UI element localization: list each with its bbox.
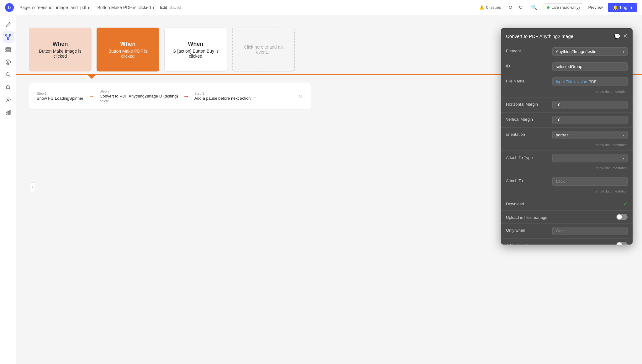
live-mode-toggle[interactable]: Live (read-only) — [544, 3, 583, 11]
modal-row-breakpoint: Add a breakpoint in debug mode — [501, 238, 633, 245]
element-label: Element — [506, 47, 550, 53]
undo-button[interactable]: ↺ — [506, 3, 515, 12]
modal-row-h-margin: Horizontal Margin — [501, 97, 633, 112]
step-1[interactable]: Step 1 Show FG LoadingSpinner — [37, 92, 83, 101]
sidebar-item-debug[interactable] — [3, 82, 14, 93]
redo-button[interactable]: ↻ — [516, 3, 525, 12]
search-button[interactable]: 🔍 — [530, 3, 539, 12]
issues-count: 0 issues — [486, 5, 501, 10]
logo-icon: b — [5, 3, 14, 12]
sidebar-item-settings[interactable] — [3, 94, 14, 105]
element-select[interactable]: Anything2Image(testin... — [552, 47, 628, 56]
sidebar-item-data[interactable] — [3, 44, 14, 55]
step-arrow-1-icon: → — [88, 92, 95, 100]
v-margin-input[interactable] — [552, 116, 628, 124]
file-name-input[interactable]: Input Title's value PDF — [552, 77, 628, 86]
breakpoint-toggle-container — [567, 242, 628, 245]
modal-row-only-when: Only when — [501, 223, 633, 238]
sidebar-item-workflow[interactable] — [3, 31, 14, 43]
event-card-1[interactable]: When Button Make Image is clicked — [29, 28, 92, 71]
svg-rect-6 — [6, 49, 11, 50]
attach-to-type-label: Attach To Type — [506, 154, 550, 160]
sidebar-item-analytics[interactable] — [3, 107, 14, 118]
element-select-wrapper: Anything2Image(testin... ▾ — [552, 47, 628, 56]
notification-icon: 🔔 — [613, 5, 618, 10]
step-2-delete[interactable]: delete — [100, 99, 178, 103]
modal-comment-button[interactable]: 💬 — [614, 33, 620, 39]
step-3-name: Add a pause before next action — [194, 96, 251, 101]
sidebar-item-search[interactable] — [3, 69, 14, 80]
step-3[interactable]: Step 3 Add a pause before next action — [194, 92, 251, 101]
login-label: Log in — [620, 5, 632, 10]
file-name-show-doc[interactable]: show documentation — [596, 90, 628, 93]
event-card-3[interactable]: When G [action] Button Buy is clicked — [164, 28, 227, 71]
svg-rect-13 — [8, 111, 8, 114]
event-card-add[interactable]: Click here to add an event... — [232, 28, 295, 71]
attach-type-row-inner: Attach To Type Thing User ▾ — [506, 154, 628, 162]
orientation-row-inner: orientation portrait landscape ▾ — [506, 131, 628, 139]
step-arrow-2-icon: → — [183, 92, 189, 100]
event-card-1-subtitle: Button Make Image is clicked — [34, 49, 87, 59]
id-label: ID — [506, 62, 550, 68]
modal-row-upload: Upload in files manager — [501, 210, 633, 223]
page-dropdown[interactable]: Page: screenshot_image_and_pdf ▾ — [18, 4, 92, 11]
step-2[interactable]: Step 2 Convert to PDF Anything2Image D (… — [100, 89, 178, 103]
modal-row-element: Element Anything2Image(testin... ▾ — [501, 44, 633, 59]
preview-button[interactable]: Preview — [588, 5, 603, 10]
step-more: ... — [253, 94, 256, 98]
step-2-name: Convert to PDF Anything2Image D (testing… — [100, 94, 178, 98]
orientation-label: orientation — [506, 131, 550, 137]
svg-rect-7 — [6, 51, 11, 52]
only-when-value-container — [552, 227, 628, 235]
page-label: Page: — [19, 5, 31, 10]
modal-title: Convert to PDF Anything2Image — [506, 34, 573, 39]
svg-rect-14 — [9, 110, 10, 114]
topnav: b Page: screenshot_image_and_pdf ▾ Butto… — [0, 0, 642, 15]
event-card-2[interactable]: When Button Make PDF is clicked — [97, 28, 159, 71]
attach-to-input[interactable] — [552, 177, 628, 186]
upload-label: Upload in files manager — [506, 214, 550, 220]
modal-row-orientation: orientation portrait landscape ▾ show do… — [501, 127, 633, 150]
modal-row-attach-type: Attach To Type Thing User ▾ show documen… — [501, 150, 633, 174]
sidebar-item-edit[interactable] — [3, 19, 14, 30]
saved-label: Saved — [170, 5, 181, 10]
live-label: Live (read-only) — [551, 5, 580, 10]
issues-indicator: ⚠️ 0 issues — [479, 5, 501, 10]
attach-to-type-select[interactable]: Thing User — [552, 154, 628, 162]
topnav-actions: ⚠️ 0 issues ↺ ↻ 🔍 Live (read-only) Previ… — [479, 3, 637, 12]
orientation-doc-row: show documentation — [506, 142, 628, 147]
orientation-select[interactable]: portrait landscape — [552, 131, 628, 139]
download-toggle-container: ✓ — [552, 200, 628, 207]
filename-doc-row: show documentation — [506, 88, 628, 94]
attach-to-doc-row: show documentation — [506, 188, 628, 194]
svg-point-3 — [9, 34, 11, 36]
modal-header: Convert to PDF Anything2Image 💬 ✕ — [501, 28, 633, 44]
orientation-show-doc[interactable]: show documentation — [596, 143, 628, 147]
attach-to-show-doc[interactable]: show documentation — [596, 189, 628, 193]
svg-point-4 — [7, 38, 9, 40]
modal-close-button[interactable]: ✕ — [623, 33, 628, 40]
id-value-container — [552, 62, 628, 71]
collapse-panel-button[interactable]: ‹ — [30, 182, 35, 191]
id-input[interactable] — [552, 62, 628, 71]
h-margin-input[interactable] — [552, 101, 628, 109]
only-when-input[interactable] — [552, 227, 628, 235]
modal-row-id: ID — [501, 59, 633, 74]
modal-row-download: Download ✓ — [501, 197, 633, 210]
upload-toggle[interactable] — [616, 214, 628, 220]
close-steps-button[interactable]: ✕ — [298, 92, 303, 100]
download-checkmark-icon: ✓ — [623, 200, 628, 207]
svg-rect-5 — [6, 48, 11, 49]
breadcrumb: Page: screenshot_image_and_pdf ▾ Button … — [18, 4, 156, 11]
orientation-value-container: portrait landscape ▾ — [552, 131, 628, 139]
login-button[interactable]: 🔔 Log in — [608, 3, 637, 12]
attach-type-show-doc[interactable]: show documentation — [596, 166, 628, 170]
file-name-suffix: PDF — [588, 79, 597, 84]
step-1-label: Step 1 — [37, 92, 83, 95]
element-value-container: Anything2Image(testin... ▾ — [552, 47, 628, 56]
download-label: Download — [506, 200, 550, 206]
breakpoint-toggle[interactable] — [616, 242, 628, 245]
sidebar-item-payment[interactable] — [3, 56, 14, 68]
svg-point-9 — [6, 73, 9, 76]
workflow-dropdown[interactable]: Button Make PDF is clicked ▾ — [95, 4, 156, 11]
